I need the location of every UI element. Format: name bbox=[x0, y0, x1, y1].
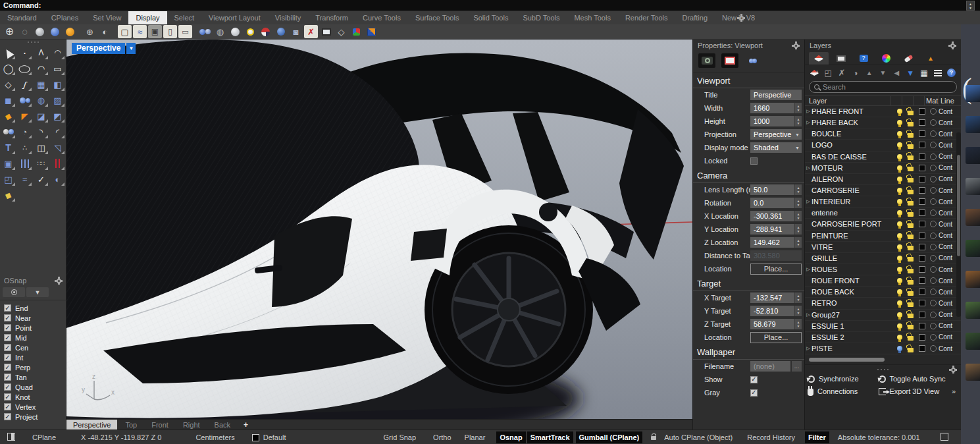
layer-visibility-bulb-icon[interactable] bbox=[897, 199, 902, 204]
layer-visibility-bulb-icon[interactable] bbox=[897, 346, 902, 351]
layer-material-icon[interactable] bbox=[930, 312, 937, 318]
monitor-icon[interactable] bbox=[319, 25, 333, 38]
lock-icon[interactable] bbox=[648, 431, 659, 443]
layer-row[interactable]: ▷MOTEURCont bbox=[805, 163, 961, 174]
trim-tool[interactable]: ◪ bbox=[33, 108, 49, 124]
menu-tab-surface-tools[interactable]: Surface Tools bbox=[408, 11, 466, 24]
layer-row[interactable]: entenneCont bbox=[805, 208, 961, 219]
sync-panel-drag-handle[interactable] bbox=[870, 367, 896, 372]
layer-color-swatch[interactable] bbox=[919, 255, 925, 262]
move-left-icon[interactable]: ◀ bbox=[891, 68, 902, 78]
spinner-icon[interactable]: ▲▼ bbox=[794, 306, 802, 316]
layer-color-swatch[interactable] bbox=[919, 312, 925, 318]
layer-row[interactable]: LOGOCont bbox=[805, 140, 961, 151]
layer-material-icon[interactable] bbox=[930, 187, 937, 194]
column-linetype[interactable]: Line bbox=[939, 96, 961, 105]
layer-lock-icon[interactable] bbox=[908, 190, 914, 194]
move-up-icon[interactable]: ▲ bbox=[864, 68, 875, 78]
checkbox-checked-icon[interactable]: ✓ bbox=[4, 304, 11, 312]
checkbox-checked-icon[interactable]: ✓ bbox=[750, 376, 758, 383]
layer-material-icon[interactable] bbox=[930, 345, 937, 352]
copy-tool[interactable]: ◫ bbox=[33, 140, 49, 155]
layer-linetype[interactable]: Cont bbox=[939, 119, 961, 126]
layer-visibility-bulb-icon[interactable] bbox=[897, 165, 902, 171]
polygon-tool[interactable]: ◇ bbox=[0, 76, 16, 92]
viewport-tab-right[interactable]: Right bbox=[176, 420, 207, 430]
half-sphere-icon[interactable]: ◐ bbox=[98, 25, 112, 38]
layer-lock-icon[interactable] bbox=[908, 235, 914, 239]
viewport-tab-perspective[interactable]: Perspective bbox=[66, 420, 117, 430]
circle-tool[interactable]: ◯ bbox=[0, 61, 16, 76]
layer-row[interactable]: RETROCont bbox=[805, 298, 961, 309]
cylinder-tool[interactable]: ◍ bbox=[33, 92, 49, 108]
pen-display-icon[interactable]: ▣ bbox=[148, 25, 162, 38]
layer-lock-icon[interactable] bbox=[908, 325, 914, 329]
layer-visibility-bulb-icon[interactable] bbox=[897, 177, 902, 182]
layer-lock-icon[interactable] bbox=[908, 111, 914, 115]
layer-color-swatch[interactable] bbox=[919, 334, 925, 341]
annotate-tab-icon[interactable] bbox=[898, 52, 918, 65]
paint-bucket-tool[interactable]: ◆ bbox=[0, 187, 16, 203]
checkbox-checked-icon[interactable]: ✓ bbox=[4, 413, 11, 420]
layer-list-scrollbar[interactable] bbox=[956, 132, 961, 317]
spinner-icon[interactable]: ▲▼ bbox=[794, 103, 802, 113]
layer-visibility-bulb-icon[interactable] bbox=[897, 233, 902, 238]
osnap-option-near[interactable]: ✓Near bbox=[4, 313, 66, 323]
layer-lock-icon[interactable] bbox=[908, 314, 914, 318]
layer-lock-icon[interactable] bbox=[908, 212, 914, 217]
status-smarttrack[interactable]: SmartTrack bbox=[527, 431, 573, 443]
osnap-option-vertex[interactable]: ✓Vertex bbox=[4, 402, 66, 412]
layer-color-swatch[interactable] bbox=[919, 289, 925, 295]
command-input[interactable] bbox=[41, 0, 980, 11]
layer-visibility-bulb-icon[interactable] bbox=[897, 256, 902, 261]
layer-visibility-bulb-icon[interactable] bbox=[897, 109, 902, 114]
wire-sphere-icon[interactable]: ⊕ bbox=[83, 25, 97, 38]
layer-lock-icon[interactable] bbox=[908, 223, 914, 228]
layer-material-icon[interactable] bbox=[930, 142, 937, 148]
layer-row[interactable]: ▷PISTECont bbox=[805, 343, 961, 354]
property-value-height[interactable]: 1000 bbox=[750, 116, 794, 126]
layer-visibility-bulb-icon[interactable] bbox=[897, 335, 902, 340]
camera-sphere-icon[interactable] bbox=[274, 25, 288, 38]
layer-visibility-bulb-icon[interactable] bbox=[897, 154, 902, 159]
layer-linetype[interactable]: Cont bbox=[939, 108, 961, 115]
layer-lock-icon[interactable] bbox=[908, 201, 914, 206]
osnap-option-perp[interactable]: ✓Perp bbox=[4, 362, 66, 372]
layer-row[interactable]: ▷Group27Cont bbox=[805, 310, 961, 321]
layer-material-icon[interactable] bbox=[930, 289, 937, 295]
chevron-down-icon[interactable]: ▼ bbox=[793, 129, 802, 140]
property-value-distance-to-targ[interactable]: 303.580 bbox=[750, 250, 802, 261]
checkbox-checked-icon[interactable]: ✓ bbox=[4, 324, 11, 331]
spinner-icon[interactable]: ▲▼ bbox=[794, 211, 802, 221]
layer-color-swatch[interactable] bbox=[919, 209, 925, 216]
delete-layer-icon[interactable]: ✗ bbox=[837, 68, 848, 78]
white-sphere-icon[interactable] bbox=[228, 25, 242, 38]
status-osnap[interactable]: Osnap bbox=[496, 431, 525, 443]
box-tool[interactable]: ◼ bbox=[0, 92, 16, 108]
layer-color-swatch[interactable] bbox=[919, 221, 925, 227]
layer-row[interactable]: CARROSERIE PORTCont bbox=[805, 219, 961, 230]
layer-visibility-bulb-icon[interactable] bbox=[897, 244, 902, 250]
layer-row[interactable]: BOUCLECont bbox=[805, 128, 961, 140]
ghosted-sphere-icon[interactable]: ◌ bbox=[18, 25, 32, 38]
duplicate-layer-icon[interactable]: ◑ bbox=[850, 68, 861, 78]
menu-tab-set-view[interactable]: Set View bbox=[86, 11, 128, 24]
property-value-lens-length-mr[interactable]: 50.0 bbox=[750, 184, 794, 195]
layer-visibility-bulb-icon[interactable] bbox=[897, 300, 902, 306]
layer-lock-icon[interactable] bbox=[908, 167, 914, 171]
boolean-difference-tool[interactable]: ◔ bbox=[16, 124, 33, 140]
property-value-title[interactable]: Perspective bbox=[750, 90, 802, 100]
spinner-icon[interactable]: ▲▼ bbox=[794, 198, 802, 208]
check-mark-tool[interactable]: ✓ bbox=[33, 171, 49, 187]
layer-lock-icon[interactable] bbox=[908, 122, 914, 126]
layer-list-hscrollbar[interactable] bbox=[809, 356, 957, 363]
osnap-tab-filter[interactable]: ▼ bbox=[26, 287, 49, 297]
wallpaper-filename-value[interactable]: (none) bbox=[750, 361, 790, 372]
menu-tab-select[interactable]: Select bbox=[167, 11, 202, 24]
layer-color-swatch[interactable] bbox=[919, 176, 925, 182]
layers-tab-icon[interactable] bbox=[809, 52, 829, 65]
layer-linetype[interactable]: Cont bbox=[939, 345, 961, 352]
place-button[interactable]: Place... bbox=[750, 332, 802, 343]
property-value-x-location[interactable]: -300.361 bbox=[750, 211, 794, 221]
checkbox-checked-icon[interactable]: ✓ bbox=[4, 393, 11, 401]
